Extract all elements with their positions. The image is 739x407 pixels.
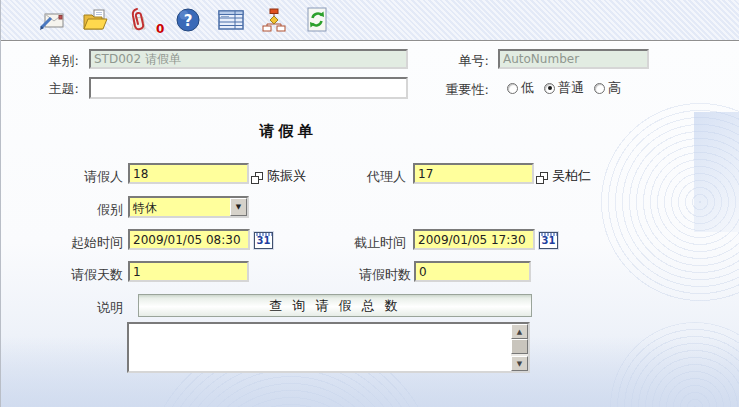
start-time-input[interactable]	[128, 229, 250, 250]
doc-no-field	[498, 49, 649, 69]
agent-name: 吴柏仁	[552, 167, 591, 185]
leave-request-window: 0 ?	[0, 0, 739, 407]
send-mail-button[interactable]	[37, 5, 67, 35]
importance-option-low[interactable]: 低	[507, 79, 534, 97]
radio-normal-label: 普通	[558, 79, 584, 97]
leave-hours-label: 请假时数	[319, 266, 411, 284]
toolbar: 0 ?	[1, 0, 739, 41]
help-button[interactable]: ?	[173, 5, 203, 35]
importance-option-high[interactable]: 高	[594, 79, 621, 97]
open-folder-button[interactable]	[80, 5, 110, 35]
list-view-icon	[216, 7, 246, 33]
applicant-name: 陈振兴	[267, 167, 306, 185]
description-textarea[interactable]	[129, 324, 511, 371]
description-label: 说明	[31, 299, 123, 317]
scroll-down-icon[interactable]: ▼	[511, 356, 528, 371]
radio-high-icon[interactable]	[594, 83, 605, 94]
help-icon: ?	[174, 6, 202, 34]
doc-type-field	[89, 49, 408, 69]
doc-type-label: 单别:	[1, 52, 79, 70]
watermark-box	[694, 112, 739, 232]
start-time-calendar-icon[interactable]: 31	[254, 232, 273, 249]
svg-text:?: ?	[184, 12, 193, 30]
agent-browse-icon[interactable]	[536, 172, 550, 186]
subject-input[interactable]	[89, 77, 408, 99]
importance-option-normal[interactable]: 普通	[544, 79, 584, 97]
list-view-button[interactable]	[216, 5, 246, 35]
send-mail-icon	[38, 7, 66, 33]
form-area: 单别: 单号: 主题: 重要性: 低 普通 高 请假单 请假人	[1, 42, 739, 407]
leave-type-select[interactable]: 特休 ▼	[128, 196, 249, 218]
radio-low-icon[interactable]	[507, 83, 518, 94]
leave-type-value: 特休	[130, 198, 230, 216]
subject-label: 主题:	[1, 80, 79, 98]
open-folder-icon	[81, 7, 109, 33]
attachments-button[interactable]	[123, 5, 153, 35]
radio-low-label: 低	[521, 79, 534, 97]
radio-high-label: 高	[608, 79, 621, 97]
importance-label: 重要性:	[421, 81, 489, 99]
end-time-calendar-icon[interactable]: 31	[539, 232, 558, 249]
leave-hours-input[interactable]	[414, 261, 531, 282]
attachment-count: 0	[156, 22, 164, 36]
agent-label: 代理人	[314, 168, 406, 186]
scrollbar-thumb[interactable]	[511, 339, 528, 354]
chevron-down-icon[interactable]: ▼	[230, 198, 247, 216]
scroll-up-icon[interactable]: ▲	[511, 324, 528, 339]
end-time-input[interactable]	[413, 229, 535, 250]
query-leave-total-button[interactable]: 查 询 请 假 总 数	[138, 294, 532, 317]
agent-input[interactable]	[413, 163, 534, 184]
leave-days-label: 请假天数	[31, 266, 123, 284]
doc-no-label: 单号:	[421, 52, 489, 70]
form-title: 请假单	[1, 122, 575, 141]
vertical-scrollbar[interactable]: ▲ ▼	[511, 324, 528, 371]
paperclip-icon	[124, 7, 152, 33]
leave-days-input[interactable]	[128, 261, 249, 282]
end-time-label: 截止时间	[314, 234, 406, 252]
applicant-input[interactable]	[128, 163, 249, 184]
workflow-button[interactable]	[259, 5, 289, 35]
refresh-icon	[304, 6, 330, 34]
importance-radio-group: 低 普通 高	[507, 79, 627, 97]
start-time-label: 起始时间	[31, 234, 123, 252]
workflow-icon	[260, 7, 288, 33]
applicant-browse-icon[interactable]	[251, 172, 265, 186]
applicant-label: 请假人	[31, 168, 123, 186]
description-box: ▲ ▼	[127, 322, 530, 373]
leave-type-label: 假别	[31, 201, 123, 219]
refresh-button[interactable]	[302, 5, 332, 35]
radio-normal-icon[interactable]	[544, 83, 555, 94]
